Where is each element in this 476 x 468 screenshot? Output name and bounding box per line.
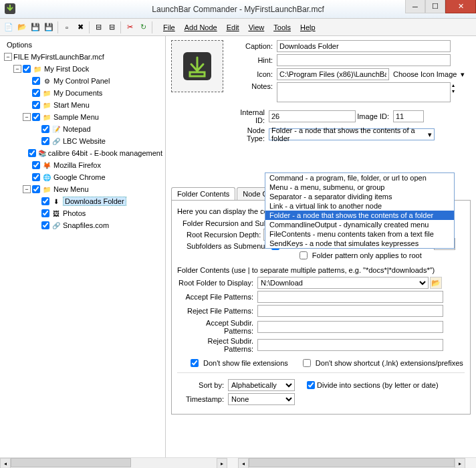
tree-item[interactable]: My First Dock [44,65,89,73]
tree-item[interactable]: Notepad [63,125,91,133]
minimize-button[interactable]: ─ [405,0,425,13]
tree-checkbox[interactable] [41,197,49,205]
dropdown-option[interactable]: CommandlineOutput - dynamically created … [265,220,454,229]
icon-input[interactable] [277,68,389,80]
tree-checkbox[interactable] [41,209,49,217]
root-folder-select[interactable]: N:\Download [257,277,429,289]
tree-item[interactable]: My Documents [53,89,102,97]
notes-input[interactable] [277,82,451,102]
reject-file-input[interactable] [257,305,443,317]
tree-item[interactable]: Google Chrome [53,173,106,181]
imageid-input[interactable] [393,110,424,122]
tree-checkbox[interactable] [28,149,36,157]
tree-item[interactable]: Mozilla Firefox [53,161,101,169]
folder-icon: 📁 [33,64,42,74]
tree-checkbox[interactable] [41,125,49,133]
expander-icon[interactable]: − [4,53,12,61]
dropdown-option-selected[interactable]: Folder - a node that shows the contents … [265,211,454,220]
new-icon[interactable]: 📄 [3,21,15,33]
app-icon: 📚 [38,148,46,158]
tree-item-selected[interactable]: Downloads Folder [63,197,126,206]
tree-pane: Options −FILE MyFirstLaunchBar.mcf −📁My … [0,36,166,457]
accept-file-input[interactable] [257,291,443,303]
tab-folder-contents[interactable]: Folder Contents [171,187,235,200]
tree-file[interactable]: FILE MyFirstLaunchBar.mcf [13,53,104,61]
nodetype-select[interactable]: Folder - a node that shows the contents … [269,128,435,140]
dropdown-option[interactable]: Command - a program, file, folder, or ur… [265,173,454,183]
tree-checkbox[interactable] [32,101,40,109]
folder-icon: 📁 [42,185,51,194]
menu-view[interactable]: View [245,22,269,33]
tree-options[interactable]: Options [7,41,32,49]
scroll-right-icon[interactable]: ▸ [217,458,227,468]
maximize-button[interactable]: ☐ [425,0,445,13]
reject-subdir-input[interactable] [257,339,443,351]
expander-icon[interactable]: − [23,113,31,121]
nodetype-dropdown-list[interactable]: Command - a program, file, folder, or ur… [265,172,455,249]
add-icon[interactable]: ▫ [61,21,73,33]
tree-checkbox[interactable] [23,65,31,73]
pattern-root-checkbox[interactable] [300,251,308,259]
tree-checkbox[interactable] [32,77,40,85]
sortby-select[interactable]: Alphabetically [228,379,295,391]
tree-checkbox[interactable] [41,221,49,229]
horizontal-scrollbar[interactable]: ◂ ▸ ◂ ▸ [0,457,476,468]
tree-checkbox[interactable] [41,137,49,145]
menu-edit[interactable]: Edit [223,22,243,33]
delete-icon[interactable]: ✖ [74,21,86,33]
scroll-right-icon[interactable]: ▸ [455,458,465,468]
dropdown-option[interactable]: Separator - a separator dividing items [265,192,454,201]
menu-help[interactable]: Help [296,22,320,33]
tree-item[interactable]: LBC Website [63,137,106,145]
hint-input[interactable] [277,54,451,66]
app-icon [4,3,16,15]
tree-item[interactable]: New Menu [53,185,89,193]
tree-item[interactable]: Sample Menu [53,113,99,121]
refresh-icon[interactable]: ↻ [137,21,149,33]
tree-item[interactable]: calibre 64bit - E-book management [48,149,162,157]
icon-preview[interactable] [171,40,223,92]
dropdown-option[interactable]: Link - a virtual link to another node [265,201,454,211]
dropdown-arrow-icon[interactable]: ▾ [461,70,465,79]
tree-checkbox[interactable] [32,185,40,193]
tree-item[interactable]: Start Menu [53,101,90,109]
menu-addnode[interactable]: Add Node [181,22,221,33]
save-icon[interactable]: 💾 [29,21,41,33]
menu-file[interactable]: File [159,22,179,33]
properties-pane: Caption: Hint: Icon:Choose Icon Image▾ N… [166,36,476,457]
caption-input[interactable] [277,40,451,52]
window-title: LaunchBar Commander - MyFirstLaunchBar.m… [152,5,324,14]
browse-icon[interactable]: 📂 [430,277,442,289]
scroll-left-icon[interactable]: ◂ [238,458,249,468]
cut-icon[interactable]: ✂ [124,21,136,33]
choose-icon-button[interactable]: Choose Icon Image [389,70,461,78]
tree-item[interactable]: My Control Panel [53,77,110,85]
arrange2-icon[interactable]: ⊟ [106,21,118,33]
timestamp-select[interactable]: None [228,393,295,405]
open-icon[interactable]: 📂 [16,21,28,33]
tree-checkbox[interactable] [32,113,40,121]
close-button[interactable]: ✕ [445,0,476,13]
menu-tools[interactable]: Tools [269,22,295,33]
dont-show-lnk-checkbox[interactable] [303,359,311,367]
accept-subdir-input[interactable] [257,321,443,333]
expander-icon[interactable]: − [13,65,21,73]
folder-icon: 📁 [42,100,51,110]
saveall-icon[interactable]: 💾 [43,21,55,33]
tree-item[interactable]: Snapfiles.com [63,221,109,229]
tree-item[interactable]: Photos [63,209,86,217]
spinner-down-icon[interactable]: ▾ [452,88,455,94]
dropdown-option[interactable]: SendKeys - a node that simulates keypres… [265,239,454,248]
divide-checkbox[interactable] [307,381,315,389]
tree-checkbox[interactable] [32,161,40,169]
dont-show-ext-checkbox[interactable] [191,359,199,367]
spinner-up-icon[interactable]: ▴ [452,82,455,88]
internalid-input[interactable] [269,110,356,122]
tree-checkbox[interactable] [32,173,40,181]
arrange1-icon[interactable]: ⊟ [92,21,104,33]
scroll-left-icon[interactable]: ◂ [0,458,11,468]
tree-checkbox[interactable] [32,89,40,97]
expander-icon[interactable]: − [23,185,31,193]
dropdown-option[interactable]: Menu - a menu, submenu, or group [265,183,454,192]
dropdown-option[interactable]: FileContents - menu contents taken from … [265,229,454,239]
